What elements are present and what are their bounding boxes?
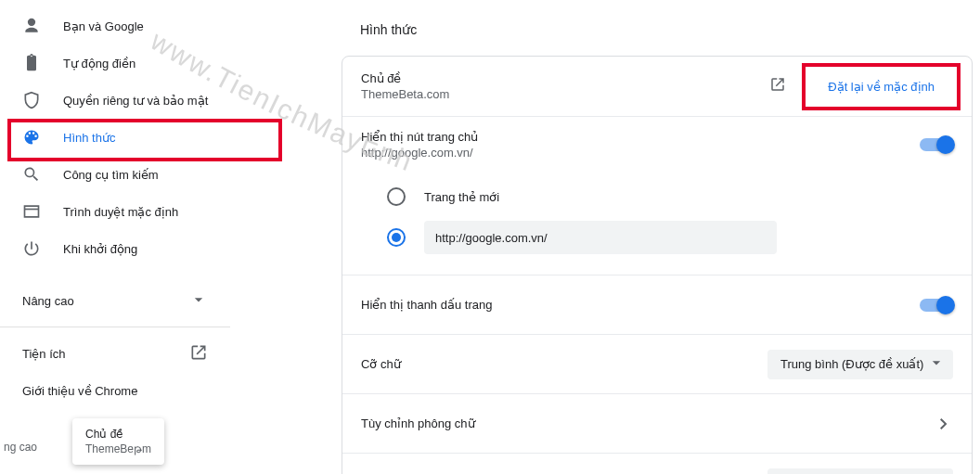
sidebar-item-label: Hình thức	[63, 131, 115, 145]
sidebar-item-label: Tự động điền	[63, 57, 135, 70]
clipboard-icon	[22, 54, 41, 72]
sidebar-item-default-browser[interactable]: Trình duyệt mặc định	[0, 193, 230, 230]
floating-card-sub: ThemeBeթm	[85, 442, 151, 455]
person-icon	[22, 17, 41, 35]
customize-fonts-label: Tùy chỉnh phông chữ	[361, 416, 935, 430]
home-button-toggle[interactable]	[920, 135, 953, 154]
power-icon	[22, 239, 41, 258]
settings-sidebar: Bạn và Google Tự động điền Quyền riêng t…	[0, 0, 230, 474]
sidebar-item-extensions[interactable]: Tiện ích	[0, 335, 230, 372]
bookmarks-bar-label: Hiển thị thanh dấu trang	[361, 298, 920, 312]
sidebar-item-label: Quyền riêng tư và bảo mật	[63, 94, 208, 108]
floating-theme-tooltip: Chủ đề ThemeBeթm	[72, 418, 164, 465]
sidebar-item-about[interactable]: Giới thiệu về Chrome	[0, 372, 230, 409]
sidebar-item-label: Bạn và Google	[63, 19, 144, 33]
sidebar-item-search-engine[interactable]: Công cụ tìm kiếm	[0, 156, 230, 193]
font-size-value: Trung bình (Được đề xuất)	[780, 357, 923, 371]
open-in-new-icon	[189, 343, 208, 365]
section-title: Hình thức	[342, 22, 973, 37]
newtab-option-label: Trang thẻ mới	[424, 190, 499, 204]
home-button-label: Hiển thị nút trang chủ	[361, 130, 920, 144]
sidebar-item-privacy[interactable]: Quyền riêng tư và bảo mật	[0, 82, 230, 119]
reset-to-default-button[interactable]: Đặt lại về mặc định	[809, 72, 953, 101]
settings-main: Hình thức Chủ đề ThemeBeta.com Đặt lại v…	[230, 0, 980, 474]
row-home-button: Hiển thị nút trang chủ http://google.com…	[342, 116, 972, 275]
sidebar-item-autofill[interactable]: Tự động điền	[0, 45, 230, 82]
sidebar-item-you-and-google[interactable]: Bạn và Google	[0, 7, 230, 45]
sidebar-item-label: Trình duyệt mặc định	[63, 205, 178, 219]
row-font-size: Cỡ chữ Trung bình (Được đề xuất)	[342, 334, 972, 393]
sidebar-item-advanced[interactable]: Nâng cao	[0, 282, 230, 319]
row-customize-fonts[interactable]: Tùy chỉnh phông chữ	[342, 393, 972, 453]
advanced-label: Nâng cao	[22, 294, 74, 308]
home-button-radio-newtab[interactable]	[387, 187, 406, 206]
font-size-select[interactable]: Trung bình (Được đề xuất)	[767, 350, 953, 379]
palette-icon	[22, 128, 41, 147]
browser-icon	[22, 202, 41, 221]
shield-icon	[22, 91, 41, 109]
row-bookmarks-bar: Hiển thị thanh dấu trang	[342, 275, 972, 334]
clipped-text: ng cao	[0, 441, 37, 454]
chevron-down-icon	[927, 353, 946, 375]
home-button-url-input[interactable]	[424, 221, 777, 254]
row-theme: Chủ đề ThemeBeta.com Đặt lại về mặc định	[342, 57, 972, 116]
extensions-label: Tiện ích	[22, 347, 66, 361]
floating-card-title: Chủ đề	[85, 428, 151, 441]
home-button-sub: http://google.com.vn/	[361, 146, 920, 160]
open-in-new-icon	[769, 76, 786, 96]
theme-label: Chủ đề	[361, 71, 761, 85]
sidebar-item-label: Khi khởi động	[63, 242, 137, 256]
divider	[0, 327, 230, 327]
font-size-label: Cỡ chữ	[361, 357, 767, 371]
sidebar-item-appearance[interactable]: Hình thức	[0, 119, 230, 156]
theme-value: ThemeBeta.com	[361, 87, 761, 101]
about-label: Giới thiệu về Chrome	[22, 384, 137, 398]
home-button-radio-url[interactable]	[387, 228, 406, 247]
sidebar-item-on-startup[interactable]: Khi khởi động	[0, 230, 230, 267]
bookmarks-bar-toggle[interactable]	[920, 296, 953, 314]
page-zoom-select[interactable]: 100%	[767, 468, 953, 475]
chevron-right-icon	[935, 415, 953, 433]
chevron-down-icon	[189, 290, 208, 312]
search-icon	[22, 165, 41, 184]
sidebar-item-label: Công cụ tìm kiếm	[63, 168, 159, 182]
row-page-zoom: Thu phóng trang 100%	[342, 453, 972, 474]
appearance-card: Chủ đề ThemeBeta.com Đặt lại về mặc định…	[342, 56, 973, 474]
open-theme-store-button[interactable]	[761, 70, 794, 103]
